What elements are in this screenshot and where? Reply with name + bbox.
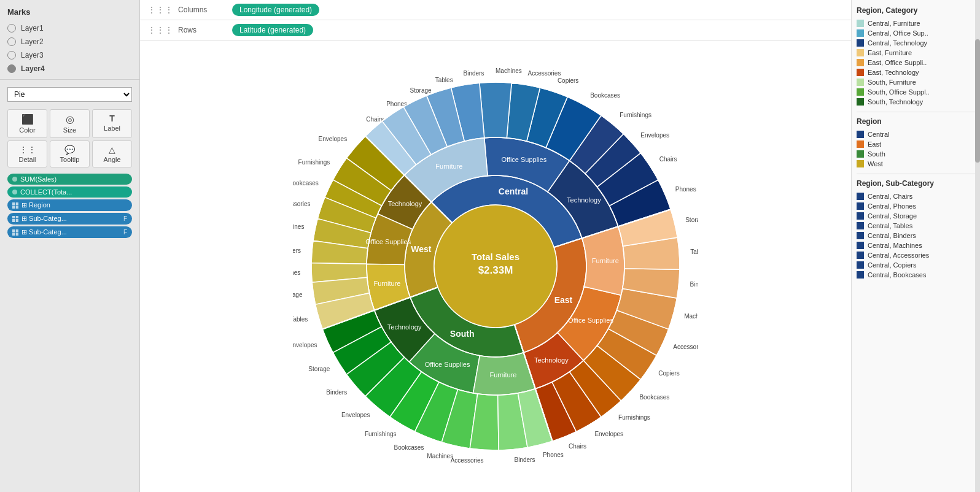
rows-row: ⋮⋮⋮ Rows Latitude (generated): [140, 20, 851, 40]
legend-region-category: Central, FurnitureCentral, Office Sup..C…: [857, 18, 975, 107]
legend-scrollbar-thumb[interactable]: [975, 39, 980, 163]
sum-sales-dot: [12, 177, 17, 182]
legend-item: Central, Chairs: [857, 191, 975, 201]
columns-drag-icon: ⋮⋮⋮: [147, 5, 173, 15]
svg-text:Accessories: Accessories: [673, 344, 698, 350]
size-button[interactable]: ◎ Size: [50, 109, 90, 138]
legend-swatch: [857, 150, 864, 158]
svg-text:Furniture: Furniture: [373, 280, 400, 287]
legend-item: Central, Phones: [857, 201, 975, 211]
svg-text:Furniture: Furniture: [435, 163, 462, 170]
detail-icon: ⋮⋮: [19, 145, 36, 155]
sidebar-item-layer3[interactable]: Layer3: [0, 48, 139, 62]
tooltip-label: Tooltip: [60, 156, 80, 163]
size-icon: ◎: [66, 113, 74, 125]
region-label: ⊞ Region: [21, 201, 50, 209]
pill-list: SUM(Sales) COLLECT(Tota... ⊞ Region ⊞ Su…: [0, 171, 139, 240]
svg-text:Storage: Storage: [308, 366, 330, 372]
legend-item-label: East, Furniture: [868, 49, 912, 56]
svg-text:Chairs: Chairs: [659, 156, 677, 163]
mark-type-selector[interactable]: Pie: [7, 87, 132, 102]
layer3-icon: [7, 51, 16, 60]
svg-text:Technology: Technology: [567, 196, 601, 204]
legend-item-label: Central, Tables: [868, 222, 912, 229]
legend-item: Central, Binders: [857, 231, 975, 240]
layer3-label: Layer3: [21, 51, 44, 60]
legend-item-label: Central, Bookcases: [868, 271, 926, 279]
svg-text:South: South: [450, 329, 475, 339]
size-label: Size: [63, 126, 76, 134]
sidebar-item-layer4[interactable]: Layer4: [0, 62, 139, 75]
legend-swatch: [857, 232, 864, 239]
sum-sales-pill[interactable]: SUM(Sales): [7, 174, 132, 185]
layer4-label: Layer4: [21, 64, 45, 73]
legend-swatch: [857, 222, 864, 229]
legend-item: Central, Furniture: [857, 18, 975, 28]
svg-text:Envelopes: Envelopes: [293, 342, 317, 348]
mark-type-select[interactable]: Pie: [7, 87, 132, 102]
legend-scrollbar[interactable]: [975, 0, 980, 492]
svg-text:Bookcases: Bookcases: [293, 180, 319, 186]
legend-swatch: [857, 59, 864, 66]
color-label: Color: [19, 126, 35, 134]
sidebar-title: Marks: [0, 5, 139, 21]
svg-text:Envelopes: Envelopes: [318, 136, 347, 142]
legend-swatch: [857, 271, 864, 279]
tooltip-button[interactable]: 💬 Tooltip: [50, 140, 90, 167]
svg-text:Bookcases: Bookcases: [394, 444, 424, 451]
sidebar-item-layer2[interactable]: Layer2: [0, 35, 139, 48]
sub-categ2-label: ⊞ Sub-Categ...: [21, 228, 67, 236]
svg-text:Furniture: Furniture: [592, 257, 619, 264]
svg-text:Bookcases: Bookcases: [590, 92, 620, 99]
legend-swatch: [857, 212, 864, 220]
svg-text:Storage: Storage: [293, 291, 303, 298]
legend-item: East, Furniture: [857, 48, 975, 58]
color-icon: ⬛: [21, 113, 34, 125]
legend-item: Central, Storage: [857, 211, 975, 221]
columns-row: ⋮⋮⋮ Columns Longitude (generated): [140, 0, 851, 20]
svg-text:Accessories: Accessories: [527, 70, 561, 77]
svg-text:East: East: [554, 295, 573, 305]
angle-label: Angle: [103, 156, 120, 163]
legend-item: Central, Technology: [857, 38, 975, 48]
sidebar-item-layer1[interactable]: Layer1: [0, 21, 139, 35]
sub-categ-pill-2[interactable]: ⊞ Sub-Categ... F: [7, 226, 132, 238]
svg-text:Technology: Technology: [388, 200, 422, 207]
legend-swatch: [857, 242, 864, 249]
sub-categ-pill-1[interactable]: ⊞ Sub-Categ... F: [7, 213, 132, 225]
svg-text:Machines: Machines: [293, 223, 304, 230]
svg-text:Office Supplies: Office Supplies: [501, 156, 546, 163]
longitude-pill[interactable]: Longitude (generated): [232, 4, 319, 16]
svg-text:Copiers: Copiers: [558, 77, 578, 84]
legend-item-label: Central: [868, 131, 889, 138]
svg-text:Storage: Storage: [410, 87, 432, 94]
svg-text:Binders: Binders: [514, 456, 535, 463]
detail-button[interactable]: ⋮⋮ Detail: [7, 140, 47, 167]
legend-item-label: Central, Technology: [868, 39, 927, 47]
legend-swatch: [857, 131, 864, 138]
region-pill[interactable]: ⊞ Region: [7, 199, 132, 211]
sub-categ1-label: ⊞ Sub-Categ...: [21, 215, 67, 223]
svg-text:Tables: Tables: [435, 77, 453, 83]
angle-button[interactable]: △ Angle: [92, 140, 132, 167]
svg-text:Accessories: Accessories: [451, 457, 484, 464]
label-button[interactable]: T Label: [92, 109, 132, 138]
svg-text:Storage: Storage: [685, 217, 698, 223]
svg-text:Office Supplies: Office Supplies: [365, 238, 411, 245]
legend-swatch: [857, 49, 864, 56]
legend-item: Central: [857, 129, 975, 139]
legend-swatch: [857, 88, 864, 96]
latitude-pill[interactable]: Latitude (generated): [232, 24, 313, 36]
detail-label: Detail: [18, 156, 36, 163]
svg-text:Central: Central: [499, 186, 528, 196]
layer1-icon: [7, 24, 16, 33]
svg-text:Machines: Machines: [496, 67, 522, 74]
mark-buttons-grid: ⬛ Color ◎ Size T Label ⋮⋮ Detail 💬 Toolt…: [0, 106, 139, 171]
legend-swatch: [857, 252, 864, 259]
svg-text:Furniture: Furniture: [489, 371, 516, 379]
color-button[interactable]: ⬛ Color: [7, 109, 47, 138]
collect-pill[interactable]: COLLECT(Tota...: [7, 186, 132, 198]
legend-item-label: East, Technology: [868, 69, 919, 76]
legend-item-label: Central, Copiers: [868, 261, 916, 269]
svg-text:Binders: Binders: [690, 281, 698, 288]
